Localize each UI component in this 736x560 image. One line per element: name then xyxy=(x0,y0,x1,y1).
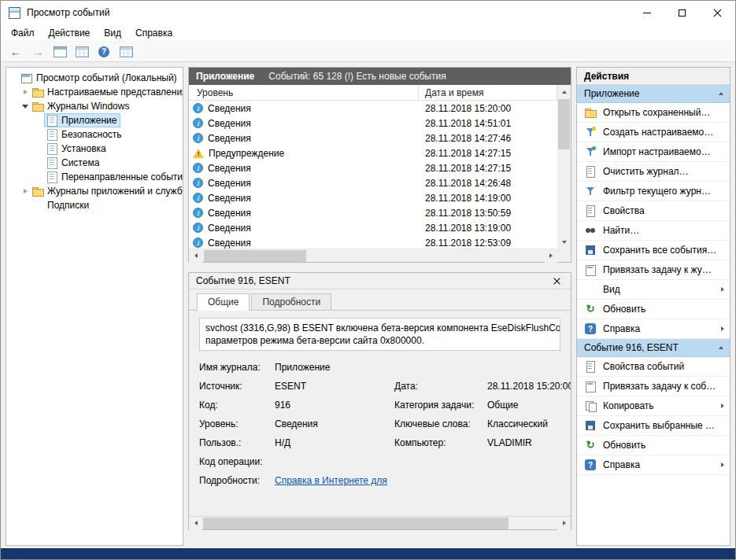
props-icon xyxy=(584,204,597,217)
event-row[interactable]: Сведения28.11.2018 15:20:00 xyxy=(189,101,557,116)
event-row[interactable]: Сведения28.11.2018 14:26:48 xyxy=(189,175,557,190)
scroll-right-button[interactable] xyxy=(557,517,571,530)
down-arrow-icon xyxy=(562,241,567,244)
event-row[interactable]: Сведения28.11.2018 13:19:00 xyxy=(189,220,557,235)
detail-scrollbar-thumb[interactable] xyxy=(203,518,509,529)
scroll-down-button[interactable] xyxy=(557,235,571,249)
action-item-attach-task-to-event[interactable]: Привязать задачу к соб… xyxy=(577,377,730,396)
submenu-arrow-icon xyxy=(721,462,724,467)
tree-item-body: Подписки xyxy=(30,198,93,212)
tree-item-subscriptions[interactable]: Подписки xyxy=(6,198,183,212)
horizontal-scrollbar[interactable] xyxy=(189,249,557,262)
horizontal-scrollbar-thumb[interactable] xyxy=(204,250,306,262)
tree-item-application[interactable]: Приложение xyxy=(6,113,183,127)
vertical-scrollbar-thumb[interactable] xyxy=(558,99,570,149)
scroll-left-button[interactable] xyxy=(189,517,202,530)
log-icon xyxy=(46,129,57,140)
maximize-button[interactable] xyxy=(664,1,700,24)
expand-arrow-icon[interactable] xyxy=(20,105,30,109)
collapse-icon[interactable] xyxy=(719,92,723,95)
window-bottom-edge xyxy=(1,548,735,559)
action-item-label: Обновить xyxy=(603,304,730,315)
menu-file[interactable]: Файл xyxy=(4,28,42,39)
action-section-header-event-916-section[interactable]: Событие 916, ESENT xyxy=(577,339,730,357)
action-item-save-selected-events[interactable]: Сохранить выбранные … xyxy=(577,416,730,436)
expand-arrow-icon[interactable] xyxy=(20,189,30,193)
action-section-header-application-section[interactable]: Приложение xyxy=(577,85,730,103)
action-item-view[interactable]: Вид xyxy=(577,280,730,300)
action-item-properties[interactable]: Свойства xyxy=(577,201,730,221)
action-item-copy[interactable]: Копировать xyxy=(577,396,730,416)
close-detail-button[interactable] xyxy=(549,278,564,285)
action-item-clear-log[interactable]: Очистить журнал… xyxy=(577,162,730,182)
tree-item-security[interactable]: Безопасность xyxy=(6,127,183,142)
menu-action[interactable]: Действие xyxy=(42,28,98,39)
forward-icon[interactable] xyxy=(29,44,46,60)
action-item-open-saved-log[interactable]: Открыть сохраненный… xyxy=(577,103,730,123)
titlebar[interactable]: Просмотр событий xyxy=(1,1,735,24)
events-pane-header: Приложение Событий: 65 128 (!) Есть новы… xyxy=(189,68,571,85)
action-item-save-all-events[interactable]: Сохранить все события… xyxy=(577,241,730,260)
scroll-left-button[interactable] xyxy=(189,249,202,263)
folder-icon xyxy=(32,87,43,98)
event-level-label: Сведения xyxy=(208,223,251,234)
event-level-cell: Сведения xyxy=(189,163,419,174)
action-item-attach-task-to-log[interactable]: Привязать задачу к жу… xyxy=(577,260,730,280)
tree-item-setup[interactable]: Установка xyxy=(6,142,183,156)
folder-icon xyxy=(32,186,43,197)
detail-body: svchost (3316,G,98) В ESENT включена бет… xyxy=(189,311,571,516)
page-icon xyxy=(584,165,597,178)
event-row[interactable]: Сведения28.11.2018 14:27:46 xyxy=(189,131,557,146)
action-item-help[interactable]: Справка xyxy=(577,319,730,339)
back-icon[interactable] xyxy=(7,44,24,60)
tree-item-custom-views[interactable]: Настраиваемые представления xyxy=(6,85,183,99)
field-value2-source: 28.11.2018 15:20:00 xyxy=(487,381,571,392)
console-window-icon[interactable] xyxy=(51,44,68,60)
scroll-up-button[interactable] xyxy=(557,85,571,98)
info-icon xyxy=(193,178,203,188)
close-button[interactable] xyxy=(700,1,735,24)
action-item-refresh-event[interactable]: Обновить xyxy=(577,436,730,455)
table-icon[interactable] xyxy=(117,44,135,60)
tree-item-windows-logs[interactable]: Журналы Windows xyxy=(6,99,183,113)
scroll-track[interactable] xyxy=(557,149,571,235)
action-item-filter-current-log[interactable]: Фильтр текущего журн… xyxy=(577,182,730,201)
table-icon[interactable] xyxy=(73,44,91,60)
main-area: Просмотр событий (Локальный)Настраиваемы… xyxy=(1,62,735,548)
tab-details[interactable]: Подробности xyxy=(251,293,331,310)
minimize-button[interactable] xyxy=(629,1,664,24)
tree-item-forwarded-events[interactable]: Перенаправленные события xyxy=(6,170,183,184)
online-help-link[interactable]: Справка в Интернете для xyxy=(275,475,387,486)
menu-view[interactable]: Вид xyxy=(97,28,128,39)
vertical-scrollbar[interactable] xyxy=(557,85,571,249)
action-sections: ПриложениеОткрыть сохраненный…Создать на… xyxy=(577,85,730,475)
event-level-label: Сведения xyxy=(208,118,251,129)
detail-horizontal-scrollbar[interactable] xyxy=(189,516,571,529)
tree-item-apps-services-logs[interactable]: Журналы приложений и служб xyxy=(6,184,183,198)
action-item-create-custom-view[interactable]: Создать настраиваемо… xyxy=(577,123,730,142)
action-item-find[interactable]: Найти… xyxy=(577,221,730,241)
tree-item-label: Журналы приложений и служб xyxy=(47,186,183,197)
field-label-more-info: Подробности: xyxy=(199,475,275,486)
event-row[interactable]: Сведения28.11.2018 14:19:00 xyxy=(189,190,557,205)
event-row[interactable]: Сведения28.11.2018 14:27:15 xyxy=(189,160,557,175)
field-value-level: Сведения xyxy=(275,418,394,429)
event-row[interactable]: Сведения28.11.2018 14:51:01 xyxy=(189,116,557,131)
collapse-icon[interactable] xyxy=(719,346,723,349)
action-item-refresh[interactable]: Обновить xyxy=(577,300,730,319)
action-item-help-event[interactable]: Справка xyxy=(577,455,730,475)
event-row[interactable]: Сведения28.11.2018 13:50:59 xyxy=(189,205,557,220)
task-icon xyxy=(584,263,597,276)
menu-help[interactable]: Справка xyxy=(128,28,179,39)
action-item-import-custom-view[interactable]: Импорт настраиваемо… xyxy=(577,142,730,162)
scroll-right-button[interactable] xyxy=(544,249,557,263)
help-icon[interactable] xyxy=(95,44,113,60)
action-item-event-properties[interactable]: Свойства событий xyxy=(577,357,730,377)
column-header-level[interactable]: Уровень xyxy=(189,85,419,100)
expand-arrow-icon[interactable] xyxy=(20,90,30,94)
event-row[interactable]: Предупреждение28.11.2018 14:27:15 xyxy=(189,146,557,160)
tab-general[interactable]: Общие xyxy=(197,293,250,311)
column-header-datetime[interactable]: Дата и время xyxy=(419,85,557,100)
tree-item-event-viewer-local[interactable]: Просмотр событий (Локальный) xyxy=(6,71,183,85)
tree-item-system[interactable]: Система xyxy=(6,156,183,170)
